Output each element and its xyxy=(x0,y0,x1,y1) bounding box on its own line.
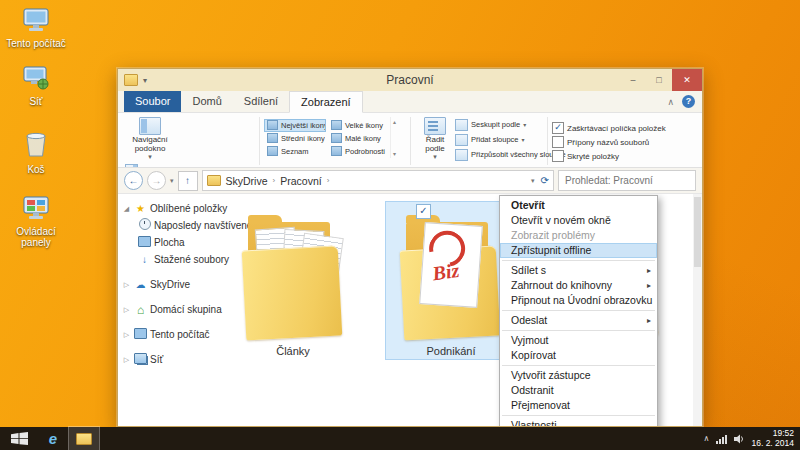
group-by-button[interactable]: Seskupit podle▾ xyxy=(455,119,541,131)
navigation-pane: ◢★Oblíbené položky Naposledy navštívené … xyxy=(118,194,226,426)
sidebar-item-downloads[interactable]: ↓Stažené soubory xyxy=(118,251,226,268)
sidebar-item-recent[interactable]: Naposledy navštívené xyxy=(118,217,226,234)
menu-item-vytvorit-zastupce[interactable]: Vytvořit zástupce xyxy=(500,368,657,383)
start-button[interactable] xyxy=(0,427,38,450)
chevron-right-icon[interactable]: › xyxy=(273,176,276,185)
monitor-icon xyxy=(138,236,151,250)
search-input[interactable] xyxy=(563,174,691,187)
menu-item-kopirovat[interactable]: Kopírovat xyxy=(500,348,657,363)
volume-tray-icon[interactable] xyxy=(734,430,744,448)
menu-item-zpristupnit-offline[interactable]: Zpřístupnit offline xyxy=(500,243,657,258)
tab-soubor[interactable]: Soubor xyxy=(124,91,181,112)
refresh-icon[interactable]: ⟳ xyxy=(541,175,549,186)
menu-item-odstranit[interactable]: Odstranit xyxy=(500,383,657,398)
desktop-icon-network[interactable]: Síť xyxy=(4,66,68,107)
file-extensions-checkbox[interactable]: Přípony názvů souborů xyxy=(552,136,666,148)
close-button[interactable]: ✕ xyxy=(672,69,702,91)
chevron-collapsed-icon[interactable]: ▷ xyxy=(122,356,131,364)
breadcrumb-pracovni[interactable]: Pracovní xyxy=(278,175,323,187)
windows-logo-icon xyxy=(11,432,28,445)
layout-item-medium-icons[interactable]: Střední ikony xyxy=(264,132,326,145)
vertical-scrollbar[interactable] xyxy=(693,194,702,426)
gallery-scroll[interactable]: ▴ ▾ xyxy=(390,117,398,158)
network-icon xyxy=(134,353,147,367)
sidebar-item-skydrive[interactable]: ▷☁SkyDrive xyxy=(118,276,226,293)
sidebar-item-this-pc[interactable]: ▷Tento počítač xyxy=(118,326,226,343)
menu-item-zahrnout-do-knihovny[interactable]: Zahrnout do knihovny▸ xyxy=(500,278,657,293)
add-columns-button[interactable]: Přidat sloupce▾ xyxy=(455,134,541,146)
qat-dropdown-icon[interactable]: ▾ xyxy=(143,76,147,85)
layout-item-small-icons[interactable]: Malé ikony xyxy=(328,132,390,145)
breadcrumb-skydrive[interactable]: SkyDrive xyxy=(224,175,270,187)
desktop: Tento počítač Síť Koš Ovládací panely ▾ … xyxy=(0,0,800,450)
help-icon[interactable]: ? xyxy=(682,95,695,108)
layout-item-largest-icons[interactable]: Největší ikony xyxy=(264,119,326,132)
menu-item-odeslat[interactable]: Odeslat▸ xyxy=(500,313,657,328)
item-checkboxes-checkbox[interactable]: ✓Zaškrtávací políčka položek xyxy=(552,122,666,134)
chevron-expanded-icon[interactable]: ◢ xyxy=(122,205,131,213)
app-folder-icon[interactable] xyxy=(124,74,138,86)
item-checkbox-checked[interactable]: ✓ xyxy=(416,204,431,219)
hidden-items-checkbox[interactable]: Skryté položky xyxy=(552,150,666,162)
layout-item-details[interactable]: Podrobnosti xyxy=(328,145,390,158)
scrollbar-thumb[interactable] xyxy=(694,197,701,267)
search-box[interactable] xyxy=(558,170,696,191)
menu-item-pripnout-na-uvodni-obrazovku[interactable]: Připnout na Úvodní obrazovku xyxy=(500,293,657,308)
chevron-right-icon[interactable]: › xyxy=(327,176,330,185)
back-button[interactable]: ← xyxy=(124,171,143,190)
menu-item-otevrit-v-novem-okne[interactable]: Otevřít v novém okně xyxy=(500,213,657,228)
desktop-icon-recycle-bin[interactable]: Koš xyxy=(4,130,68,175)
taskbar-clock[interactable]: 19:52 16. 2. 2014 xyxy=(751,429,794,448)
chevron-collapsed-icon[interactable]: ▷ xyxy=(122,281,131,289)
layout-item-list[interactable]: Seznam xyxy=(264,145,326,158)
gallery-down-icon[interactable]: ▾ xyxy=(393,150,396,157)
menu-item-label: Připnout na Úvodní obrazovku xyxy=(511,294,652,306)
up-button[interactable]: ↑ xyxy=(178,171,198,191)
folder-icon xyxy=(76,433,92,445)
sidebar-item-network[interactable]: ▷Síť xyxy=(118,351,226,368)
forward-button[interactable]: → xyxy=(147,171,166,190)
desktop-icon-label: Ovládací panely xyxy=(4,226,68,248)
quick-access-toolbar: ▾ xyxy=(124,74,147,86)
folder-item-podnikani[interactable]: ✓ Biz Podnikání xyxy=(386,202,516,359)
tray-expand-icon[interactable]: ∧ xyxy=(704,434,710,443)
menu-item-label: Odeslat xyxy=(511,314,547,326)
history-dropdown-icon[interactable]: ▾ xyxy=(170,177,174,185)
chevron-collapsed-icon[interactable]: ▷ xyxy=(122,306,131,314)
sidebar-item-homegroup[interactable]: ▷⌂Domácí skupina xyxy=(118,301,226,318)
network-tray-icon[interactable] xyxy=(716,430,727,448)
menu-item-otevrit[interactable]: Otevřít xyxy=(500,198,657,213)
fit-columns-button[interactable]: Přizpůsobit všechny sloupce xyxy=(455,149,541,161)
address-dropdown-icon[interactable]: ▾ xyxy=(531,177,535,185)
maximize-button[interactable]: □ xyxy=(646,69,672,91)
navigation-pane-button[interactable]: Navigační podokno ▾ xyxy=(125,116,175,161)
desktop-icon-control-panel[interactable]: Ovládací panely xyxy=(4,196,68,248)
menu-item-vyjmout[interactable]: Vyjmout xyxy=(500,333,657,348)
dropdown-icon: ▾ xyxy=(433,153,437,160)
gallery-up-icon[interactable]: ▴ xyxy=(393,118,396,125)
collapse-ribbon-icon[interactable]: ∧ xyxy=(667,97,674,107)
sidebar-item-favorites[interactable]: ◢★Oblíbené položky xyxy=(118,200,226,217)
desktop-icon-this-pc[interactable]: Tento počítač xyxy=(4,8,68,49)
menu-separator xyxy=(502,365,655,366)
menu-item-sdilet-s[interactable]: Sdílet s▸ xyxy=(500,263,657,278)
file-explorer-button[interactable] xyxy=(68,426,100,450)
folder-item-clanky[interactable]: Články xyxy=(228,202,358,359)
menu-item-vlastnosti[interactable]: Vlastnosti xyxy=(500,418,657,426)
menu-item-prejmenovat[interactable]: Přejmenovat xyxy=(500,398,657,413)
minimize-button[interactable]: – xyxy=(620,69,646,91)
chevron-collapsed-icon[interactable]: ▷ xyxy=(122,331,131,339)
internet-explorer-button[interactable]: e xyxy=(38,427,68,450)
tab-sdileni[interactable]: Sdílení xyxy=(233,91,289,112)
sidebar-item-desktop[interactable]: Plocha xyxy=(118,234,226,251)
layout-item-large-icons[interactable]: Velké ikony xyxy=(328,119,390,132)
submenu-arrow-icon: ▸ xyxy=(647,263,651,278)
sort-by-button[interactable]: Řadit podle ▾ xyxy=(415,116,455,161)
titlebar[interactable]: ▾ Pracovní – □ ✕ xyxy=(118,69,702,91)
breadcrumb[interactable]: SkyDrive › Pracovní › ▾ ⟳ xyxy=(202,170,554,191)
tab-domu[interactable]: Domů xyxy=(181,91,232,112)
tab-zobrazeni[interactable]: Zobrazení xyxy=(289,91,363,113)
add-columns-icon xyxy=(455,134,468,146)
details-view-icon xyxy=(331,146,342,156)
ribbon-group-layout: Největší ikony Velké ikony Střední ikony… xyxy=(261,115,409,168)
